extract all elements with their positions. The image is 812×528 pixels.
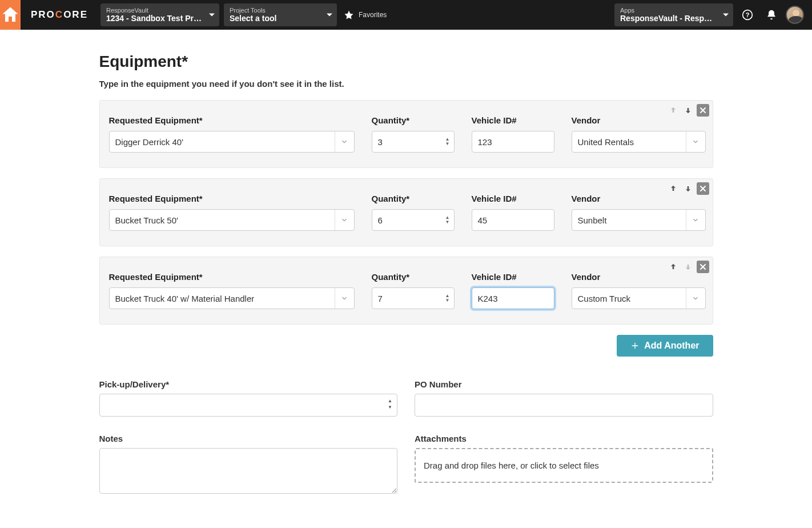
- po-input-wrap: [415, 394, 713, 417]
- favorites[interactable]: Favorites: [344, 0, 387, 30]
- notifications-button[interactable]: [759, 0, 783, 30]
- notes-textarea[interactable]: [99, 448, 398, 494]
- move-down-button[interactable]: [682, 104, 694, 117]
- star-icon: [344, 10, 354, 20]
- quantity-input-wrap: [372, 131, 455, 153]
- remove-button[interactable]: [697, 261, 709, 273]
- equipment-select[interactable]: Bucket Truck 50': [109, 209, 355, 231]
- attachments-dropzone[interactable]: Drag and drop files here, or click to se…: [415, 448, 713, 483]
- close-icon: [698, 262, 708, 271]
- arrow-up-icon: [669, 184, 678, 193]
- equipment-card: Requested Equipment* Digger Derrick 40' …: [99, 100, 713, 168]
- favorites-label: Favorites: [359, 11, 387, 19]
- notes-label: Notes: [99, 434, 398, 443]
- chevron-down-icon: [692, 138, 700, 146]
- pickup-value[interactable]: [100, 394, 397, 416]
- chevron-down-icon: [723, 14, 729, 17]
- close-icon: [698, 106, 708, 115]
- move-up-button[interactable]: [667, 182, 680, 195]
- chevron-down-icon: [692, 216, 700, 224]
- equipment-label: Requested Equipment*: [109, 115, 355, 125]
- remove-button[interactable]: [697, 182, 709, 195]
- chevron-down-icon: [340, 216, 348, 224]
- apps-switcher-value: ResponseVault - Respons...: [620, 14, 716, 23]
- equipment-dropdown-toggle[interactable]: [335, 288, 354, 309]
- move-up-button: [667, 104, 680, 117]
- close-icon: [698, 184, 708, 193]
- vehicle-input-wrap: [472, 209, 554, 231]
- bell-icon: [766, 9, 777, 21]
- arrow-down-icon: [684, 106, 693, 115]
- vendor-dropdown-toggle[interactable]: [686, 131, 705, 152]
- plus-icon: [630, 341, 640, 350]
- equipment-card: Requested Equipment* Bucket Truck 40' w/…: [99, 257, 713, 325]
- page-content: Equipment* Type in the equipment you nee…: [99, 30, 713, 518]
- vendor-value: United Rentals: [572, 137, 686, 147]
- equipment-select[interactable]: Digger Derrick 40': [109, 131, 355, 153]
- vendor-select[interactable]: Custom Truck: [572, 287, 706, 309]
- vendor-dropdown-toggle[interactable]: [686, 210, 705, 230]
- vehicle-input[interactable]: [472, 288, 554, 309]
- vendor-value: Custom Truck: [572, 294, 686, 303]
- help-button[interactable]: ?: [735, 0, 759, 30]
- vehicle-label: Vehicle ID#: [472, 272, 554, 282]
- quantity-input-wrap: [372, 209, 455, 231]
- quantity-stepper[interactable]: [443, 288, 453, 309]
- equipment-card: Requested Equipment* Bucket Truck 50' Qu…: [99, 178, 713, 246]
- apps-switcher[interactable]: Apps ResponseVault - Respons...: [614, 3, 733, 26]
- quantity-input[interactable]: [372, 131, 443, 152]
- vehicle-input-wrap: [472, 287, 554, 309]
- tools-switcher-label: Project Tools: [230, 7, 320, 14]
- po-label: PO Number: [415, 379, 713, 389]
- quantity-label: Quantity*: [372, 272, 455, 282]
- move-down-button[interactable]: [682, 182, 694, 195]
- dropzone-text: Drag and drop files here, or click to se…: [424, 461, 599, 470]
- equipment-dropdown-toggle[interactable]: [335, 131, 354, 152]
- move-down-button: [682, 261, 694, 273]
- vehicle-input[interactable]: [472, 131, 554, 152]
- vendor-label: Vendor: [572, 115, 706, 125]
- quantity-input-wrap: [372, 287, 455, 309]
- home-button[interactable]: [0, 0, 21, 30]
- procore-logo: PROCORE: [21, 0, 98, 30]
- equipment-select[interactable]: Bucket Truck 40' w/ Material Handler: [109, 287, 355, 309]
- equipment-value: Digger Derrick 40': [110, 137, 335, 147]
- vendor-label: Vendor: [572, 194, 706, 203]
- user-avatar[interactable]: [786, 6, 804, 24]
- remove-button[interactable]: [697, 104, 709, 117]
- tools-switcher-value: Select a tool: [230, 14, 320, 23]
- vendor-dropdown-toggle[interactable]: [686, 288, 705, 309]
- vendor-select[interactable]: Sunbelt: [572, 209, 706, 231]
- svg-text:?: ?: [746, 11, 750, 18]
- chevron-down-icon: [340, 294, 348, 302]
- po-input[interactable]: [415, 394, 713, 416]
- move-up-button[interactable]: [667, 261, 680, 273]
- help-icon: ?: [742, 9, 753, 21]
- pickup-select[interactable]: [99, 394, 398, 417]
- chevron-down-icon: [692, 294, 700, 302]
- add-another-button[interactable]: Add Another: [617, 335, 713, 357]
- quantity-input[interactable]: [372, 288, 443, 309]
- arrow-down-icon: [684, 184, 693, 193]
- project-switcher-label: ResponseVault: [106, 7, 202, 14]
- apps-switcher-label: Apps: [620, 7, 716, 14]
- equipment-label: Requested Equipment*: [109, 194, 355, 203]
- vendor-select[interactable]: United Rentals: [572, 131, 706, 153]
- tools-switcher[interactable]: Project Tools Select a tool: [224, 3, 337, 26]
- vehicle-input-wrap: [472, 131, 554, 153]
- vendor-label: Vendor: [572, 272, 706, 282]
- attachments-label: Attachments: [415, 434, 713, 443]
- home-icon: [0, 5, 21, 25]
- vehicle-input[interactable]: [472, 210, 554, 230]
- quantity-stepper[interactable]: [443, 131, 453, 152]
- arrow-down-icon: [684, 262, 693, 271]
- quantity-label: Quantity*: [372, 194, 455, 203]
- quantity-input[interactable]: [372, 210, 443, 230]
- chevron-down-icon: [327, 14, 332, 17]
- arrow-up-icon: [669, 262, 678, 271]
- equipment-value: Bucket Truck 40' w/ Material Handler: [110, 294, 335, 303]
- project-switcher[interactable]: ResponseVault 1234 - Sandbox Test Proj..…: [101, 3, 219, 26]
- quantity-stepper[interactable]: [443, 210, 453, 230]
- equipment-dropdown-toggle[interactable]: [335, 210, 354, 230]
- pickup-label: Pick-up/Delivery*: [99, 379, 398, 389]
